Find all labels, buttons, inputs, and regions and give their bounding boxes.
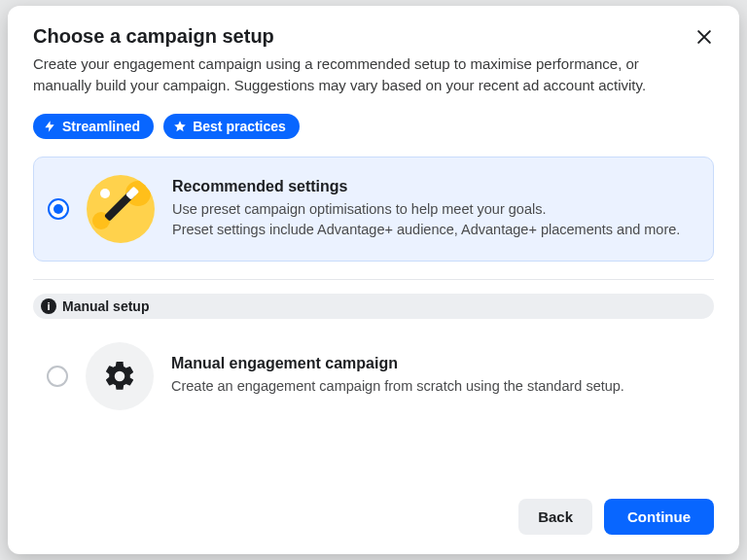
option-recommended-text: Recommended settings Use preset campaign… [172,178,694,239]
feature-badges: Streamlined Best practices [33,114,714,139]
modal-footer: Back Continue [33,483,714,535]
gear-icon [102,359,137,394]
option-recommended-title: Recommended settings [172,178,694,195]
continue-button[interactable]: Continue [604,499,714,535]
back-button[interactable]: Back [518,499,592,535]
close-icon [694,27,714,47]
badge-best-practices: Best practices [163,114,300,139]
badge-manual-setup: i Manual setup [33,294,714,319]
badge-streamlined-label: Streamlined [62,120,140,133]
radio-manual[interactable] [47,366,68,387]
campaign-setup-modal: Choose a campaign setup Create your enga… [8,6,739,554]
option-recommended[interactable]: Recommended settings Use preset campaign… [33,157,714,262]
info-icon: i [41,298,56,314]
header-text: Choose a campaign setup Create your enga… [33,25,675,96]
divider [33,279,714,280]
lightning-icon [43,120,56,133]
option-recommended-desc: Use preset campaign optimisations to hel… [172,199,694,239]
modal-header: Choose a campaign setup Create your enga… [33,25,714,96]
star-icon [173,120,187,133]
modal-subtitle: Create your engagement campaign using a … [33,53,675,96]
option-manual-desc: Create an engagement campaign from scrat… [171,376,708,397]
badge-manual-setup-label: Manual setup [62,298,149,314]
modal-title: Choose a campaign setup [33,25,675,48]
magic-wand-icon [87,175,155,243]
option-manual-title: Manual engagement campaign [171,355,708,372]
badge-best-practices-label: Best practices [193,120,286,133]
gear-icon-container [86,342,154,410]
option-manual[interactable]: Manual engagement campaign Create an eng… [33,342,714,410]
option-manual-text: Manual engagement campaign Create an eng… [171,355,708,397]
close-button[interactable] [691,23,718,53]
radio-recommended[interactable] [48,198,69,220]
badge-streamlined: Streamlined [33,114,154,139]
